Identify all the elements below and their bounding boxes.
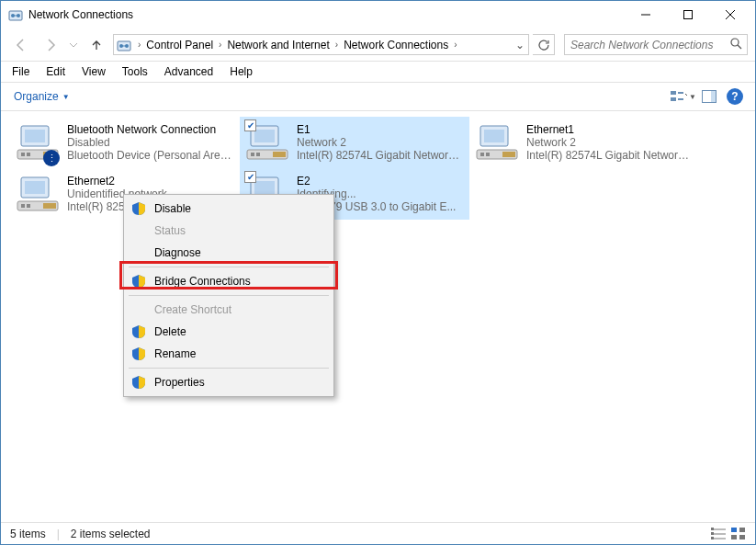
context-menu-item: Status	[127, 220, 331, 242]
organize-label: Organize	[14, 90, 59, 103]
svg-rect-18	[731, 528, 737, 532]
details-view-icon[interactable]	[711, 528, 726, 540]
shield-icon	[130, 275, 147, 288]
search-box[interactable]	[564, 34, 748, 55]
chevron-right-icon[interactable]: ›	[215, 40, 225, 50]
menu-edit[interactable]: Edit	[39, 63, 73, 80]
menu-bar: File Edit View Tools Advanced Help	[1, 62, 755, 82]
context-menu-label: Delete	[154, 325, 186, 338]
menu-advanced[interactable]: Advanced	[157, 63, 220, 80]
svg-rect-21	[739, 535, 745, 539]
context-menu-item: Create Shortcut	[127, 299, 331, 321]
menu-view[interactable]: View	[74, 63, 113, 80]
status-bar: 5 items | 2 items selected	[1, 522, 755, 544]
forward-button[interactable]	[38, 32, 63, 58]
connection-device: Intel(R) 82574L Gigabit Network C...	[297, 149, 464, 162]
chevron-right-icon[interactable]: ›	[450, 40, 460, 50]
connection-icon: ✔	[245, 120, 289, 165]
refresh-button[interactable]	[533, 34, 555, 55]
context-menu-label: Disable	[154, 202, 191, 215]
connection-name: E2	[297, 175, 456, 187]
connection-name: Bluetooth Network Connection	[67, 123, 234, 136]
preview-pane-button[interactable]	[696, 85, 722, 108]
shield-icon	[130, 202, 147, 215]
close-button[interactable]	[709, 1, 751, 28]
connection-icon	[475, 120, 519, 165]
back-button[interactable]	[8, 32, 34, 58]
shield-icon	[130, 376, 147, 389]
chevron-down-icon[interactable]: ⌄	[512, 39, 528, 51]
help-icon: ?	[727, 88, 743, 105]
status-item-count: 5 items	[10, 528, 46, 540]
connection-icon: ⋮	[16, 120, 60, 165]
breadcrumb[interactable]: › Control Panel › Network and Internet ›…	[113, 34, 529, 55]
window-title: Network Connections	[28, 8, 625, 21]
svg-rect-9	[684, 11, 693, 19]
minimize-button[interactable]	[625, 1, 667, 28]
svg-rect-16	[711, 532, 714, 535]
shield-icon	[130, 325, 147, 338]
context-menu-item[interactable]: Bridge Connections	[127, 270, 331, 292]
connection-name: E1	[297, 123, 464, 136]
svg-rect-19	[739, 528, 745, 532]
connection-name: Ethernet2	[67, 175, 234, 187]
connection-device: Bluetooth Device (Personal Area ...	[67, 149, 234, 162]
chevron-right-icon[interactable]: ›	[332, 40, 342, 50]
bluetooth-icon: ⋮	[43, 150, 60, 166]
nav-bar: › Control Panel › Network and Internet ›…	[1, 28, 755, 62]
maximize-button[interactable]	[667, 1, 709, 28]
connection-item[interactable]: ✔E1Network 2Intel(R) 82574L Gigabit Netw…	[240, 117, 469, 168]
shield-icon	[130, 347, 147, 360]
svg-point-10	[731, 39, 739, 46]
connection-item[interactable]: Ethernet1Network 2Intel(R) 82574L Gigabi…	[469, 117, 699, 168]
search-input[interactable]	[565, 39, 725, 51]
chevron-down-icon: ▼	[62, 93, 70, 101]
status-separator: |	[57, 528, 60, 540]
content-area[interactable]: ⋮Bluetooth Network ConnectionDisabledBlu…	[1, 111, 755, 522]
menu-tools[interactable]: Tools	[115, 63, 155, 80]
svg-rect-12	[671, 97, 676, 101]
help-button[interactable]: ?	[722, 85, 748, 108]
context-menu-item[interactable]: Properties	[127, 371, 331, 393]
search-icon[interactable]	[725, 38, 747, 52]
up-button[interactable]	[84, 32, 109, 58]
toolbar: Organize ▼ ▼ ?	[1, 82, 755, 111]
connection-status: Network 2	[526, 136, 694, 149]
breadcrumb-item[interactable]: Control Panel	[144, 39, 215, 51]
connection-item[interactable]: ⋮Bluetooth Network ConnectionDisabledBlu…	[10, 117, 240, 168]
connection-icon	[16, 172, 60, 216]
chevron-right-icon[interactable]: ›	[134, 40, 144, 50]
checkbox-icon[interactable]: ✔	[244, 171, 256, 183]
breadcrumb-item[interactable]: Network and Internet	[225, 39, 331, 51]
title-bar: Network Connections	[1, 1, 755, 28]
context-menu-label: Properties	[154, 376, 205, 389]
context-menu-label: Status	[154, 224, 186, 237]
svg-rect-17	[711, 537, 714, 539]
menu-file[interactable]: File	[5, 63, 37, 80]
context-menu-separator	[129, 368, 329, 369]
context-menu-item[interactable]: Rename	[127, 343, 331, 365]
recent-dropdown[interactable]	[67, 32, 80, 58]
connection-status: Disabled	[67, 136, 234, 149]
svg-rect-15	[711, 528, 714, 530]
context-menu-item[interactable]: Diagnose	[127, 242, 331, 264]
icons-view-icon[interactable]	[731, 528, 746, 540]
app-icon	[8, 7, 23, 22]
organize-button[interactable]: Organize ▼	[8, 86, 75, 107]
context-menu-item[interactable]: Disable	[127, 198, 331, 220]
menu-help[interactable]: Help	[222, 63, 260, 80]
svg-rect-14	[711, 91, 716, 102]
context-menu-separator	[129, 267, 329, 267]
context-menu: DisableStatusDiagnoseBridge ConnectionsC…	[123, 194, 334, 397]
context-menu-label: Diagnose	[154, 246, 201, 259]
context-menu-label: Bridge Connections	[154, 275, 251, 288]
status-selection-count: 2 items selected	[71, 528, 151, 540]
view-options-button[interactable]: ▼	[671, 85, 696, 108]
context-menu-label: Rename	[154, 347, 196, 360]
checkbox-icon[interactable]: ✔	[244, 119, 256, 131]
context-menu-separator	[129, 295, 329, 296]
context-menu-item[interactable]: Delete	[127, 321, 331, 343]
connection-name: Ethernet1	[526, 123, 694, 136]
svg-rect-11	[671, 91, 676, 95]
breadcrumb-item[interactable]: Network Connections	[342, 39, 450, 51]
